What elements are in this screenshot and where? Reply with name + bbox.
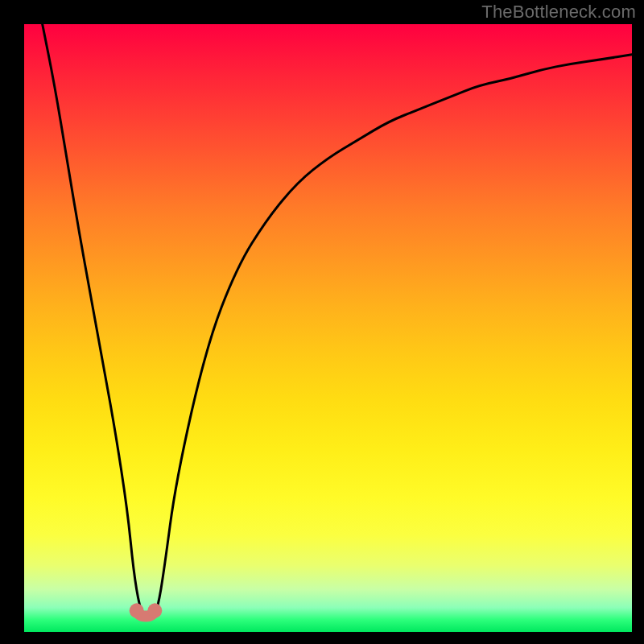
curve-layer xyxy=(24,24,632,632)
watermark-text: TheBottleneck.com xyxy=(481,2,636,23)
valley-right-marker xyxy=(147,604,162,618)
chart-frame: TheBottleneck.com xyxy=(0,0,644,644)
valley-left-marker xyxy=(130,604,144,618)
bottleneck-curve-path xyxy=(43,24,632,620)
plot-area xyxy=(24,24,632,632)
valley-markers xyxy=(130,604,163,618)
